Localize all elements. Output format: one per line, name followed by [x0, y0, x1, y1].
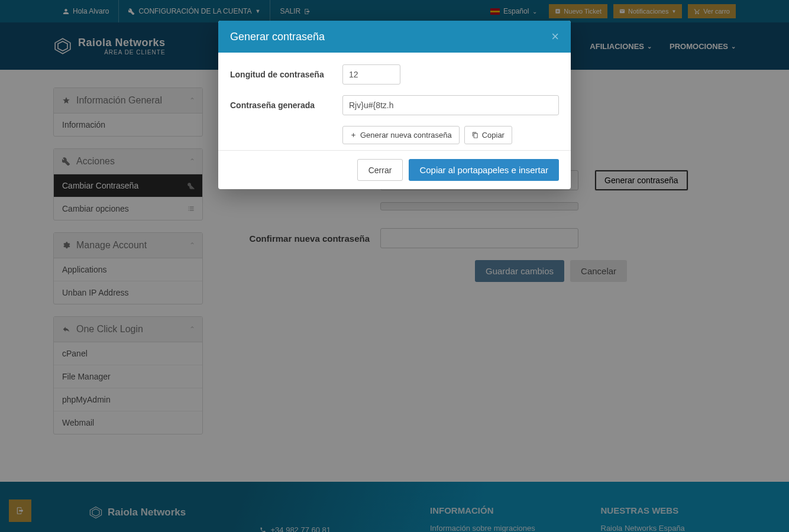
generate-password-modal: Generar contraseña × Longitud de contras… [218, 21, 571, 189]
modal-close-footer-button[interactable]: Cerrar [357, 159, 403, 181]
copy-password-button[interactable]: Copiar [464, 126, 512, 144]
modal-header: Generar contraseña × [218, 21, 571, 53]
generated-password-label: Contraseña generada [230, 100, 342, 110]
password-length-label: Longitud de contraseña [230, 70, 342, 79]
regenerate-password-button[interactable]: Generar nueva contraseña [342, 126, 460, 144]
modal-close-button[interactable]: × [551, 29, 559, 44]
modal-title: Generar contraseña [230, 31, 325, 43]
modal-overlay[interactable]: Generar contraseña × Longitud de contras… [0, 0, 789, 532]
modal-copy-insert-button[interactable]: Copiar al portapapeles e insertar [409, 159, 559, 181]
clipboard-icon [472, 132, 478, 138]
plus-icon [350, 132, 357, 138]
generated-password-input[interactable] [342, 95, 559, 115]
password-length-input[interactable] [342, 64, 400, 85]
